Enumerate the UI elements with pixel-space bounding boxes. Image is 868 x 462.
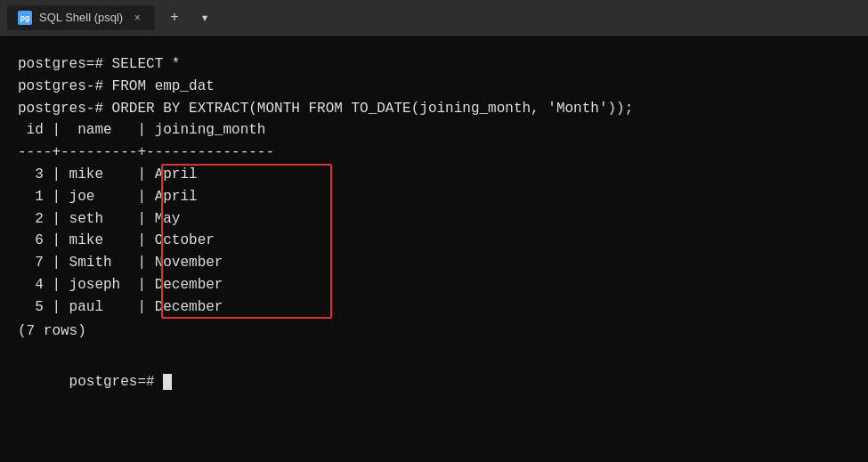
table-row: 7 | Smith | November — [18, 252, 223, 274]
cursor — [163, 374, 172, 390]
row-count-text: (7 rows) — [18, 323, 86, 339]
titlebar: pg SQL Shell (psql) × + ▾ — [0, 0, 868, 36]
table-header: id | name | joining_month — [18, 119, 850, 142]
tab-icon-text: pg — [20, 13, 30, 22]
command-line-3: postgres-# ORDER BY EXTRACT(MONTH FROM T… — [18, 98, 850, 120]
app-window: pg SQL Shell (psql) × + ▾ postgres=# SEL… — [0, 0, 868, 462]
table-row: 5 | paul | December — [18, 296, 223, 319]
command-line-2: postgres-# FROM emp_dat — [18, 76, 850, 98]
table-row: 3 | mike | April — [18, 164, 223, 186]
table-rows: 3 | mike | April 1 | joe | April 2 | set… — [18, 164, 223, 319]
table-separator: ----+---------+--------------- — [18, 142, 850, 164]
table-row: 2 | seth | May — [18, 208, 223, 231]
final-prompt-text: postgres=# — [69, 374, 164, 390]
bottom-prompt: postgres=# — [18, 349, 850, 415]
tab-close-button[interactable]: × — [130, 11, 144, 25]
titlebar-actions: + ▾ — [162, 5, 217, 30]
dropdown-button[interactable]: ▾ — [192, 5, 217, 30]
command-line-1: postgres=# SELECT * — [18, 53, 850, 76]
table-row: 1 | joe | April — [18, 186, 223, 208]
tab-label: SQL Shell (psql) — [39, 11, 123, 24]
table-row: 4 | joseph | December — [18, 274, 223, 296]
table-data-area: 3 | mike | April 1 | joe | April 2 | set… — [18, 164, 223, 319]
terminal-body[interactable]: postgres=# SELECT * postgres-# FROM emp_… — [0, 36, 868, 462]
table-row: 6 | mike | October — [18, 230, 223, 252]
new-tab-button[interactable]: + — [162, 5, 187, 30]
tab-icon: pg — [18, 11, 32, 25]
active-tab[interactable]: pg SQL Shell (psql) × — [7, 5, 155, 30]
row-count: (7 rows) — [18, 320, 850, 343]
